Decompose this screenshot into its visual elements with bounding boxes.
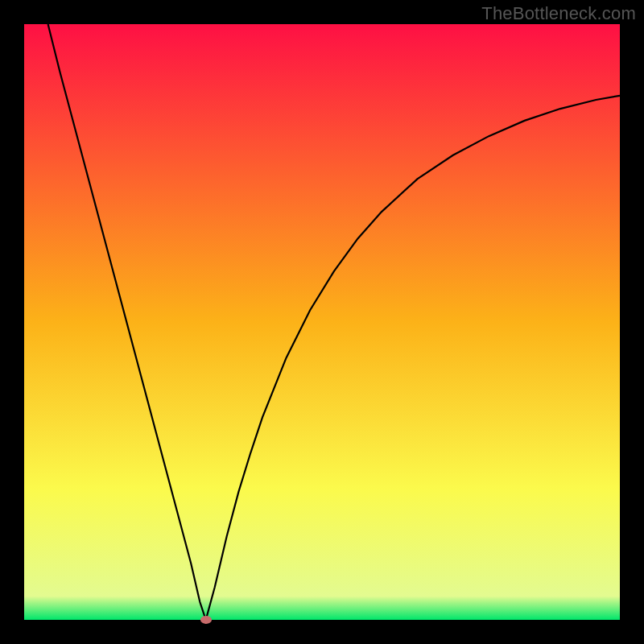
chart-frame: TheBottleneck.com [0, 0, 644, 644]
plot-area [24, 24, 620, 620]
plot-background [24, 24, 620, 620]
optimal-point-marker [200, 616, 212, 624]
watermark-text: TheBottleneck.com [481, 3, 636, 24]
plot-svg [24, 24, 620, 620]
